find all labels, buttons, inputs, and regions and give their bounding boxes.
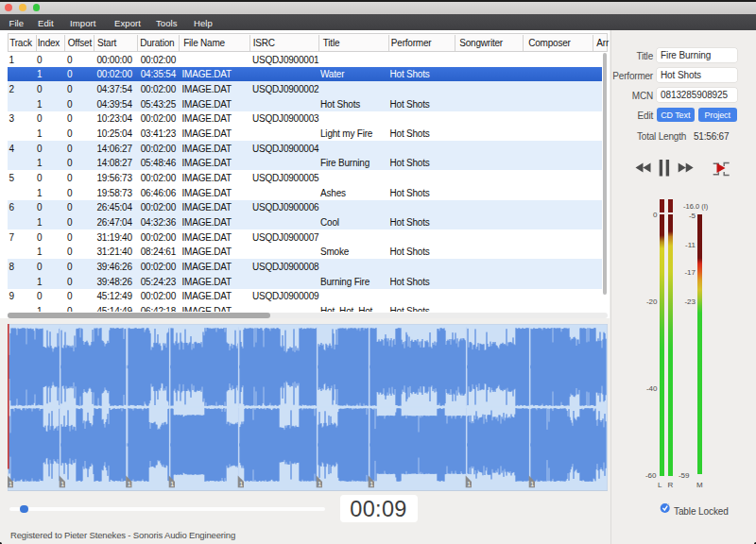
svg-text:1: 1 xyxy=(318,481,321,487)
svg-text:1: 1 xyxy=(467,481,471,487)
svg-text:1: 1 xyxy=(60,481,64,487)
svg-text:1: 1 xyxy=(369,481,373,487)
svg-text:1: 1 xyxy=(170,481,174,487)
svg-text:1: 1 xyxy=(530,481,534,487)
svg-text:1: 1 xyxy=(127,481,130,487)
svg-text:1: 1 xyxy=(9,481,12,487)
svg-text:1: 1 xyxy=(239,481,243,487)
